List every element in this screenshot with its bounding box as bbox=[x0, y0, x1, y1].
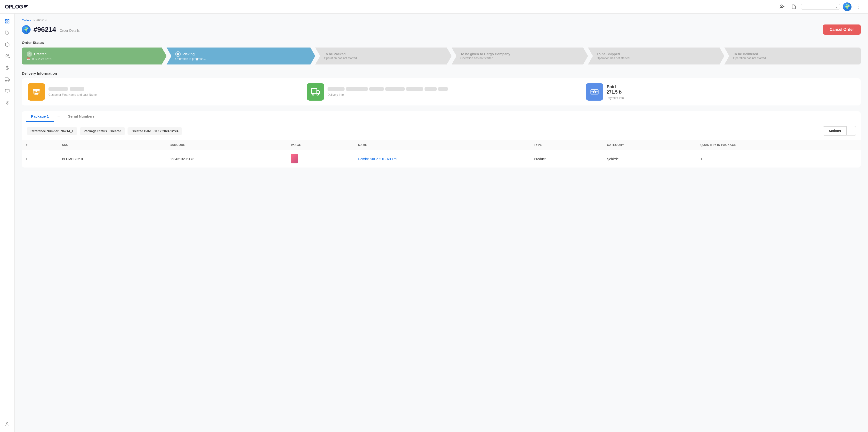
sidebar-monitor-icon[interactable] bbox=[2, 86, 12, 96]
tab-package1[interactable]: Package 1 bbox=[26, 111, 54, 122]
actions-button[interactable]: Actions bbox=[823, 126, 846, 135]
cancel-order-button[interactable]: Cancel Order bbox=[823, 25, 861, 35]
customer-label: Customer First Name and Last Name bbox=[49, 93, 297, 96]
logo-stripes bbox=[24, 5, 28, 8]
payment-label: Payment Info bbox=[607, 96, 855, 100]
breadcrumb: Orders > #96214 bbox=[22, 19, 861, 22]
breadcrumb-orders[interactable]: Orders bbox=[22, 19, 32, 22]
sidebar-tags-icon[interactable] bbox=[2, 28, 12, 38]
step-created-date: 📅 30.12.2024 12:24 bbox=[27, 58, 162, 61]
product-link[interactable]: Pembe SuCo 2.0 - 600 ml bbox=[358, 157, 397, 161]
step-created-label: Created bbox=[34, 52, 46, 56]
sidebar-users-icon[interactable] bbox=[2, 52, 12, 61]
package-status-badge: Package Status Created bbox=[80, 127, 125, 135]
col-quantity: QUANTITY IN PACKAGE bbox=[696, 140, 861, 150]
step-delivered-substatus: Operation has not started. bbox=[733, 57, 856, 60]
shipping-blurred-1 bbox=[328, 87, 344, 91]
svg-rect-10 bbox=[5, 78, 8, 81]
sidebar-person-icon[interactable] bbox=[2, 420, 12, 429]
package-table: # SKU BARCODE IMAGE NAME TYPE CATEGORY Q… bbox=[22, 140, 861, 167]
step-shipped-substatus: Operation has not started. bbox=[597, 57, 719, 60]
shipping-blurred-6 bbox=[425, 87, 437, 91]
customer-icon-box bbox=[28, 83, 45, 101]
page-subtitle: Order Details bbox=[60, 29, 80, 32]
cell-num: 1 bbox=[22, 150, 58, 168]
col-sku: SKU bbox=[58, 140, 165, 150]
pipeline-step-shipped: To be Shipped Operation has not started. bbox=[588, 48, 724, 64]
customer-info-text: Customer First Name and Last Name bbox=[49, 87, 297, 96]
col-category: CATEGORY bbox=[603, 140, 696, 150]
svg-point-25 bbox=[35, 90, 37, 92]
step-delivered-label: To be Delivered bbox=[733, 52, 758, 56]
svg-rect-4 bbox=[7, 20, 9, 21]
package-status-value: Created bbox=[110, 129, 121, 133]
reference-number-value: 96214_1 bbox=[61, 129, 73, 133]
more-menu-icon[interactable]: ⋮ bbox=[855, 2, 863, 11]
main-content: Orders > #96214 🌍 #96214 Order Details C… bbox=[14, 13, 868, 432]
sidebar-microphone-icon[interactable] bbox=[2, 63, 12, 73]
shipping-blurred-4 bbox=[385, 87, 405, 91]
payment-icon-box bbox=[586, 83, 603, 101]
reference-number-label: Reference Number bbox=[31, 129, 59, 133]
shipping-blurred-7 bbox=[438, 87, 448, 91]
svg-rect-3 bbox=[5, 20, 7, 21]
step-packed-label: To be Packed bbox=[324, 52, 345, 56]
package-section: Package 1 ··· Serial Numbers Reference N… bbox=[22, 111, 861, 167]
package-info-bar: Reference Number 96214_1 Package Status … bbox=[22, 122, 861, 140]
table-header-row: # SKU BARCODE IMAGE NAME TYPE CATEGORY Q… bbox=[22, 140, 861, 150]
document-icon[interactable] bbox=[789, 2, 798, 11]
delivery-customer-card: Customer First Name and Last Name bbox=[28, 83, 302, 101]
breadcrumb-current: #96214 bbox=[36, 19, 46, 22]
page-header: 🌍 #96214 Order Details Cancel Order bbox=[22, 25, 861, 35]
actions-more-button[interactable]: ··· bbox=[847, 126, 856, 136]
svg-point-19 bbox=[6, 423, 8, 424]
step-check-icon: ✓ bbox=[27, 52, 32, 57]
page-title: #96214 bbox=[33, 26, 56, 33]
payment-info-text: Paid 271.5 ₺ Payment Info bbox=[607, 84, 855, 100]
created-date-value: 30.12.2024 12:24 bbox=[154, 129, 179, 133]
delivery-shipping-card: Delivery Info bbox=[302, 83, 581, 101]
sidebar-plug-icon[interactable] bbox=[2, 98, 12, 107]
delivery-payment-card: Paid 271.5 ₺ Payment Info bbox=[581, 83, 855, 101]
cell-name[interactable]: Pembe SuCo 2.0 - 600 ml bbox=[354, 150, 530, 168]
customer-name-blurred bbox=[49, 87, 68, 91]
tab-serial-numbers[interactable]: Serial Numbers bbox=[63, 111, 100, 122]
col-name: NAME bbox=[354, 140, 530, 150]
step-cargo-substatus: Operation has not started. bbox=[460, 57, 583, 60]
delivery-info-title: Delivery Information bbox=[22, 71, 861, 75]
pipeline-step-cargo: To be given to Cargo Company Operation h… bbox=[452, 48, 588, 64]
pipeline-step-packed: To be Packed Operation has not started. bbox=[315, 48, 452, 64]
col-image: IMAGE bbox=[287, 140, 354, 150]
step-shipped-label: To be Shipped bbox=[597, 52, 620, 56]
created-date-badge: Created Date 30.12.2024 12:24 bbox=[127, 127, 182, 135]
breadcrumb-separator: > bbox=[33, 19, 35, 22]
col-type: TYPE bbox=[530, 140, 603, 150]
svg-point-28 bbox=[312, 93, 314, 95]
svg-marker-27 bbox=[317, 90, 319, 93]
pipeline-step-picking: 🕐 Picking Operation in progress... bbox=[166, 48, 315, 64]
language-select[interactable] bbox=[801, 4, 840, 10]
tab-package1-more[interactable]: ··· bbox=[54, 112, 63, 122]
svg-rect-26 bbox=[312, 89, 317, 94]
sidebar-truck-icon[interactable] bbox=[2, 75, 12, 84]
cell-quantity: 1 bbox=[696, 150, 861, 168]
pipeline-step-created: ✓ Created 📅 30.12.2024 12:24 bbox=[22, 48, 166, 64]
package-actions: Actions ··· bbox=[823, 126, 856, 136]
sidebar-dashboard-icon[interactable] bbox=[2, 17, 12, 26]
step-picking-label: Picking bbox=[183, 52, 195, 56]
created-date-label: Created Date bbox=[131, 129, 151, 133]
globe-icon[interactable]: 🌍 bbox=[843, 2, 851, 11]
shipping-icon-box bbox=[307, 83, 324, 101]
payment-amount: 271.5 ₺ bbox=[607, 89, 855, 95]
cell-category: Şehirde bbox=[603, 150, 696, 168]
col-barcode: BARCODE bbox=[166, 140, 287, 150]
col-num: # bbox=[22, 140, 58, 150]
order-status-pipeline: ✓ Created 📅 30.12.2024 12:24 🕐 Picking O… bbox=[22, 48, 861, 64]
shipping-blurred-2 bbox=[346, 87, 368, 91]
table-row: 1 BLPMBSC2.0 8684313295173 Pembe SuCo 2.… bbox=[22, 150, 861, 168]
svg-marker-11 bbox=[8, 79, 9, 81]
cell-barcode: 8684313295173 bbox=[166, 150, 287, 168]
sidebar-box-icon[interactable] bbox=[2, 40, 12, 50]
add-user-icon[interactable] bbox=[778, 2, 786, 11]
svg-rect-5 bbox=[7, 22, 9, 23]
